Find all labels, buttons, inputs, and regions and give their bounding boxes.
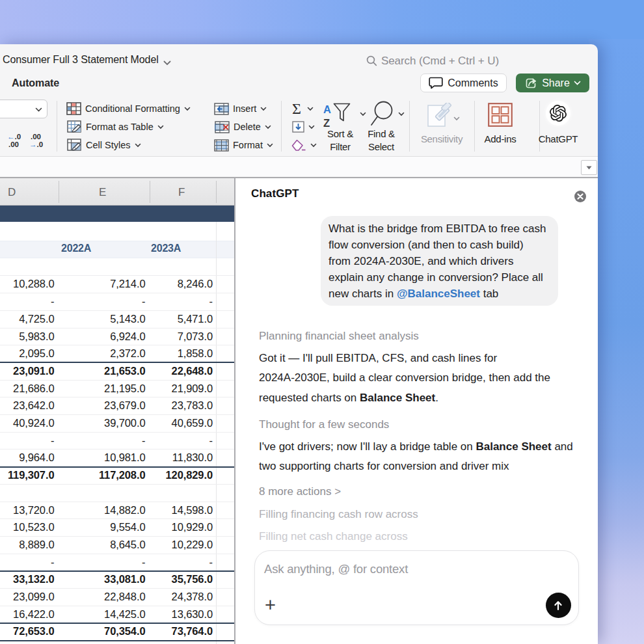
svg-text:A: A <box>323 103 331 115</box>
